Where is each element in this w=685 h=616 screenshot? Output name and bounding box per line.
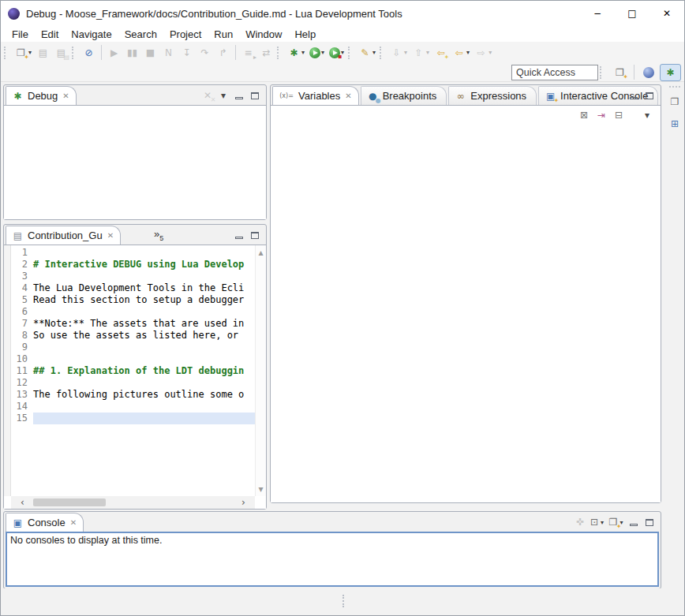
- pin-console-button[interactable]: ✜: [572, 515, 588, 529]
- resume-button[interactable]: ▶: [105, 44, 123, 62]
- toolbar-grip[interactable]: [4, 47, 9, 59]
- next-annotation-button[interactable]: ⇩▾: [387, 44, 410, 62]
- window-minimize-button[interactable]: −: [580, 1, 615, 26]
- tab-debug[interactable]: ✱ Debug ✕: [6, 86, 77, 105]
- save-button[interactable]: ▤: [34, 44, 52, 62]
- editor-horizontal-scrollbar[interactable]: ‹ ›: [11, 496, 255, 509]
- menu-search[interactable]: Search: [118, 28, 163, 41]
- code-line-4[interactable]: 4The Lua Development Tools in the Ecli: [11, 282, 255, 294]
- menu-file[interactable]: File: [6, 28, 35, 41]
- window-close-button[interactable]: ✕: [649, 1, 684, 26]
- code-line-15[interactable]: 15: [11, 413, 255, 424]
- maximize-view-button[interactable]: [642, 88, 657, 103]
- code-line-13[interactable]: 13The following pictures outline some o: [11, 389, 255, 401]
- code-line-7[interactable]: 7**Note:** The assets that are used in: [11, 318, 255, 330]
- tab-close-icon[interactable]: ✕: [70, 518, 77, 527]
- tab-console[interactable]: ▣ Console ✕: [6, 513, 84, 532]
- minimize-view-button[interactable]: [626, 88, 642, 103]
- tab-expressions[interactable]: ∞Expressions: [448, 86, 537, 105]
- tab-breakpoints[interactable]: ●●Breakpoints: [361, 86, 447, 105]
- scroll-left-icon[interactable]: ‹: [16, 496, 29, 509]
- use-step-filters-button[interactable]: ⇄: [257, 44, 275, 62]
- last-edit-location-button[interactable]: ⇦✦: [432, 44, 450, 62]
- display-selected-console-button[interactable]: ⊡▾: [588, 515, 604, 529]
- back-dropdown-icon[interactable]: ▾: [466, 49, 470, 56]
- drop-to-frame-button[interactable]: ≡▸: [239, 44, 257, 62]
- disconnect-button[interactable]: N: [159, 44, 178, 62]
- toolbar-grip[interactable]: [600, 66, 605, 79]
- perspective-button-ldt[interactable]: [639, 64, 658, 81]
- toolbar-grip[interactable]: [380, 47, 384, 59]
- save-all-button[interactable]: ▤▤: [52, 44, 70, 62]
- scroll-up-icon[interactable]: ▴: [254, 246, 268, 259]
- forward-dropdown-icon[interactable]: ▾: [488, 49, 492, 56]
- step-over-button[interactable]: ↷: [196, 44, 214, 62]
- step-return-button[interactable]: ↱: [214, 44, 232, 62]
- view-menu-button[interactable]: ▾: [638, 108, 656, 122]
- toolbar-grip[interactable]: [348, 47, 353, 59]
- horizontal-scroll-thumb[interactable]: [33, 498, 106, 506]
- outline-view-button[interactable]: ⊞: [667, 117, 683, 131]
- minimize-view-button[interactable]: [626, 515, 642, 529]
- view-menu-button[interactable]: ▾: [215, 88, 231, 103]
- minimize-view-button[interactable]: [231, 228, 247, 242]
- open-perspective-button[interactable]: ❐✦: [609, 64, 631, 81]
- editor-vertical-scrollbar[interactable]: ▴ ▾: [255, 245, 266, 496]
- status-bar-grip[interactable]: [342, 595, 346, 607]
- debug-button[interactable]: ✱▾: [285, 44, 307, 62]
- code-line-8[interactable]: 8So use the assets as listed here, or: [11, 330, 255, 342]
- marker-button[interactable]: ✎▾: [356, 44, 378, 62]
- maximize-view-button[interactable]: [247, 228, 263, 242]
- show-type-names-button[interactable]: ⊠: [575, 108, 593, 122]
- restore-view-button[interactable]: ❐: [667, 95, 683, 109]
- show-logical-structures-button[interactable]: ⇥: [593, 108, 610, 122]
- code-line-12[interactable]: 12: [11, 377, 255, 389]
- tab-editor-contribution-guide[interactable]: ▤ Contribution_Gu ✕: [6, 226, 121, 245]
- new-wizard-button[interactable]: ❐✦▾: [12, 44, 34, 62]
- minimize-view-button[interactable]: [231, 88, 247, 103]
- menu-edit[interactable]: Edit: [35, 28, 65, 41]
- next-annotation-dropdown-icon[interactable]: ▾: [404, 49, 407, 56]
- code-line-2[interactable]: 2# Interactive DEBUG using Lua Develop: [11, 259, 255, 271]
- remove-terminated-button[interactable]: ✕✕: [200, 88, 215, 103]
- debug-dropdown-icon[interactable]: ▾: [301, 49, 305, 56]
- code-line-9[interactable]: 9: [11, 342, 255, 353]
- code-line-5[interactable]: 5Read this section to setup a debugger: [11, 294, 255, 306]
- code-line-14[interactable]: 14: [11, 401, 255, 413]
- tab-variables[interactable]: (x)=Variables✕: [272, 86, 359, 105]
- maximize-view-button[interactable]: [247, 88, 263, 103]
- menu-project[interactable]: Project: [163, 28, 208, 41]
- skip-all-breakpoints-button[interactable]: ⊘: [80, 44, 98, 62]
- code-line-3[interactable]: 3: [11, 271, 255, 282]
- tab-close-icon[interactable]: ✕: [345, 91, 351, 100]
- external-tools-button[interactable]: ▪▾: [327, 44, 346, 62]
- perspective-button-debug[interactable]: ✱: [660, 64, 681, 81]
- toolbar-grip[interactable]: [277, 47, 282, 59]
- tab-close-icon[interactable]: ✕: [62, 91, 69, 100]
- back-button[interactable]: ⇦▾: [450, 44, 472, 62]
- code-line-6[interactable]: 6: [11, 306, 255, 318]
- suspend-button[interactable]: ▮▮: [123, 44, 141, 62]
- menu-run[interactable]: Run: [208, 28, 239, 41]
- code-line-1[interactable]: 1: [11, 247, 255, 259]
- code-line-10[interactable]: 10: [11, 353, 255, 365]
- quick-access-input[interactable]: [511, 65, 598, 80]
- step-into-button[interactable]: ↧: [178, 44, 196, 62]
- menu-window[interactable]: Window: [239, 28, 288, 41]
- marker-dropdown-icon[interactable]: ▾: [372, 49, 376, 56]
- trim-grip[interactable]: [669, 86, 680, 90]
- forward-button[interactable]: ⇨▾: [472, 44, 494, 62]
- collapse-all-button[interactable]: ⊟: [610, 108, 627, 122]
- scroll-down-icon[interactable]: ▾: [254, 483, 268, 495]
- code-line-11[interactable]: 11## 1. Explanation of the LDT debuggin: [11, 365, 255, 377]
- run-dropdown-icon[interactable]: ▾: [321, 49, 324, 56]
- more-editors-chevron[interactable]: »5: [154, 228, 163, 242]
- previous-annotation-button[interactable]: ⇧▾: [410, 44, 432, 62]
- toolbar-grip[interactable]: [72, 47, 77, 59]
- scroll-right-icon[interactable]: ›: [237, 496, 250, 509]
- terminate-button[interactable]: ■: [141, 44, 159, 62]
- open-console-button[interactable]: ❐✦▾: [604, 515, 626, 529]
- tab-close-icon[interactable]: ✕: [107, 231, 114, 240]
- window-maximize-button[interactable]: □: [615, 1, 649, 26]
- previous-annotation-dropdown-icon[interactable]: ▾: [426, 49, 429, 56]
